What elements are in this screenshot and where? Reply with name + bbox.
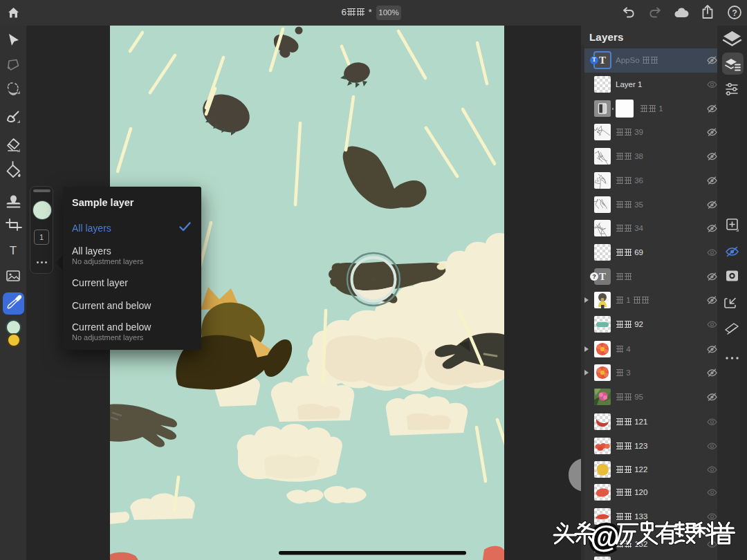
svg-text:@: @ xyxy=(590,520,620,554)
